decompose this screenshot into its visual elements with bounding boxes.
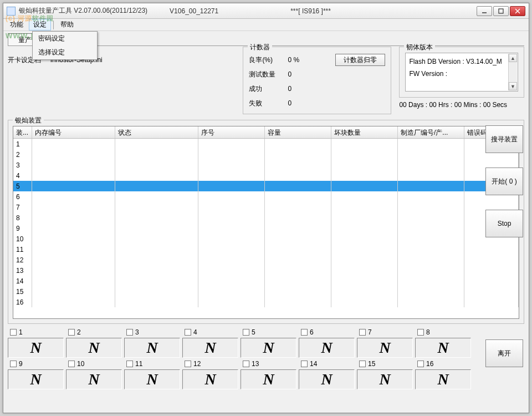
slot-check-1[interactable]: 1: [8, 328, 64, 336]
row-num: 10: [13, 234, 32, 244]
checkbox-icon[interactable]: [185, 361, 191, 367]
slot-check-11[interactable]: 11: [124, 360, 180, 368]
checkbox-icon[interactable]: [243, 361, 249, 367]
search-devices-button[interactable]: 搜寻装置: [485, 125, 523, 153]
checkbox-icon[interactable]: [10, 361, 17, 367]
checkbox-icon[interactable]: [68, 361, 75, 367]
row-num: 11: [13, 244, 32, 255]
slot-status-4: N: [182, 338, 238, 358]
slot-check-6[interactable]: 6: [299, 328, 355, 336]
checkbox-icon[interactable]: [10, 329, 17, 336]
close-button[interactable]: [510, 6, 525, 16]
slot-check-5[interactable]: 5: [241, 328, 296, 336]
slot-label: 6: [310, 328, 314, 336]
slot-label: 10: [77, 360, 84, 368]
dropdown-password[interactable]: 密码设定: [33, 32, 97, 45]
counter-zero-button[interactable]: 计数器归零: [335, 54, 385, 66]
row-num: 3: [13, 160, 32, 170]
slot-status-text: N: [379, 339, 390, 357]
version-scrollbar[interactable]: ▲ ▼: [508, 54, 517, 90]
checkbox-icon[interactable]: [359, 361, 366, 367]
title-text-1: 银灿科技量产工具 V2.07.00.06(2011/12/23): [19, 6, 147, 16]
slot-check-7[interactable]: 7: [357, 328, 413, 336]
minimize-button[interactable]: [477, 6, 492, 16]
checkbox-icon[interactable]: [417, 361, 424, 367]
checkbox-icon[interactable]: [68, 329, 75, 336]
menu-help[interactable]: 帮助: [56, 19, 78, 31]
row-num: 15: [13, 286, 32, 297]
table-row[interactable]: 13: [13, 265, 519, 276]
table-row[interactable]: 14: [13, 276, 519, 286]
table-row[interactable]: 10: [13, 234, 519, 244]
row-num: 14: [13, 276, 32, 286]
slot-check-3[interactable]: 3: [124, 328, 180, 336]
col-badblocks[interactable]: 坏块数量: [331, 126, 398, 138]
table-row[interactable]: 5: [13, 181, 519, 191]
table-row[interactable]: 1: [13, 139, 519, 149]
checkbox-icon[interactable]: [301, 329, 308, 336]
slot-check-4[interactable]: 4: [182, 328, 238, 336]
row-num: 13: [13, 265, 32, 276]
slot-check-8[interactable]: 8: [415, 328, 471, 336]
table-row[interactable]: 8: [13, 212, 519, 223]
table-row[interactable]: 9: [13, 223, 519, 234]
checkbox-icon[interactable]: [126, 329, 133, 336]
row-num: 2: [13, 149, 32, 160]
row-num: 1: [13, 139, 32, 149]
menu-functions[interactable]: 功能: [6, 19, 28, 31]
slot-status-text: N: [379, 371, 390, 388]
counter-title: 计数器: [248, 43, 272, 52]
title-text-2: V106_00_12271: [170, 7, 218, 15]
col-device[interactable]: 装...: [13, 126, 32, 138]
table-row[interactable]: 12: [13, 255, 519, 265]
slot-check-14[interactable]: 14: [299, 360, 355, 368]
dropdown-select[interactable]: 选择设定: [33, 45, 97, 59]
fw-version: FW Version :: [409, 68, 514, 80]
col-serial[interactable]: 序号: [198, 126, 265, 138]
slot-status-6: N: [299, 338, 355, 358]
slot-check-15[interactable]: 15: [357, 360, 413, 368]
stop-button[interactable]: Stop: [485, 210, 523, 237]
version-group: 韧体版本 Flash DB Version : V3.14.00_M FW Ve…: [399, 47, 524, 98]
slot-status-text: N: [437, 371, 448, 388]
rate-label: 良率(%): [249, 55, 288, 65]
slot-check-2[interactable]: 2: [66, 328, 122, 336]
menubar: 功能 设定 帮助: [3, 19, 529, 31]
slot-check-9[interactable]: 9: [8, 360, 64, 368]
row-num: 6: [13, 191, 32, 202]
checkbox-icon[interactable]: [301, 361, 308, 367]
slot-label: 8: [426, 328, 430, 336]
table-row[interactable]: 3: [13, 160, 519, 170]
tested-label: 测试数量: [249, 70, 288, 79]
col-status[interactable]: 状态: [115, 126, 198, 138]
start-button[interactable]: 开始( 0 ): [485, 168, 523, 195]
col-mfg[interactable]: 制造厂编号/产...: [398, 126, 464, 138]
slot-check-10[interactable]: 10: [66, 360, 122, 368]
menu-settings[interactable]: 设定: [29, 19, 51, 31]
table-row[interactable]: 11: [13, 244, 519, 255]
side-buttons: 搜寻装置 开始( 0 ) Stop 离开: [484, 125, 524, 280]
slot-check-12[interactable]: 12: [182, 360, 238, 368]
slot-status-7: N: [357, 338, 413, 358]
checkbox-icon[interactable]: [417, 329, 424, 336]
checkbox-icon[interactable]: [359, 329, 366, 336]
checkbox-icon[interactable]: [243, 329, 249, 336]
table-row[interactable]: 7: [13, 202, 519, 212]
table-row[interactable]: 15: [13, 286, 519, 297]
slot-label: 1: [19, 328, 23, 336]
checkbox-icon[interactable]: [185, 329, 191, 336]
col-memid[interactable]: 内存编号: [32, 126, 115, 138]
table-row[interactable]: 6: [13, 191, 519, 202]
scroll-down-icon[interactable]: ▼: [509, 82, 517, 90]
checkbox-icon[interactable]: [126, 361, 133, 367]
exit-button[interactable]: 离开: [485, 339, 523, 367]
table-row[interactable]: 4: [13, 170, 519, 181]
slot-check-13[interactable]: 13: [241, 360, 296, 368]
maximize-button[interactable]: [493, 6, 509, 16]
table-row[interactable]: 16: [13, 297, 519, 307]
table-row[interactable]: 2: [13, 149, 519, 160]
col-capacity[interactable]: 容量: [265, 126, 331, 138]
flash-db-version: Flash DB Version : V3.14.00_M: [409, 55, 514, 68]
scroll-up-icon[interactable]: ▲: [509, 54, 517, 62]
slot-check-16[interactable]: 16: [415, 360, 471, 368]
